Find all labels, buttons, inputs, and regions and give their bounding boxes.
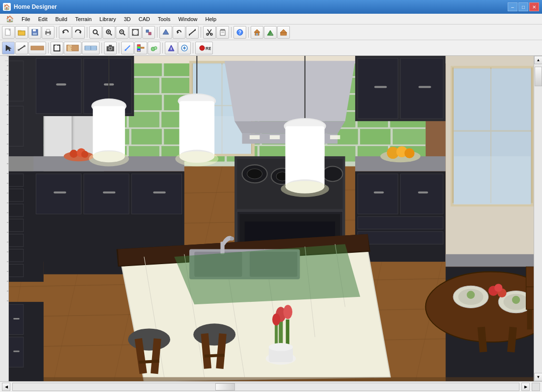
menu-library[interactable]: Library	[96, 15, 120, 23]
svg-line-50	[19, 46, 25, 50]
maximize-button[interactable]: □	[518, 2, 528, 11]
svg-line-14	[110, 33, 112, 35]
menu-3d[interactable]: 3D	[120, 15, 134, 23]
system-menu[interactable]: 🏠	[2, 14, 18, 24]
close-button[interactable]: ✕	[529, 2, 539, 11]
svg-marker-10	[79, 31, 81, 34]
svg-rect-157	[131, 95, 161, 110]
move-up-button[interactable]	[165, 42, 178, 54]
svg-point-256	[81, 151, 88, 158]
wall-tool-button[interactable]	[28, 42, 46, 54]
scroll-track-right[interactable]	[534, 64, 542, 373]
menu-bar: 🏠 File Edit Build Terrain Library 3D CAD…	[0, 14, 542, 24]
print-button[interactable]	[42, 26, 54, 39]
terrain-view-button[interactable]	[264, 26, 277, 39]
svg-point-368	[175, 151, 218, 167]
svg-rect-372	[285, 126, 325, 186]
svg-rect-189	[393, 129, 426, 145]
select-tool-button[interactable]	[2, 42, 15, 54]
scroll-thumb-bottom[interactable]	[215, 383, 235, 391]
draw-button[interactable]	[121, 42, 134, 54]
undo-button[interactable]	[59, 26, 72, 39]
paint-button[interactable]	[134, 42, 147, 54]
scroll-thumb-right[interactable]	[535, 67, 542, 86]
separator-4	[201, 27, 201, 38]
redo-button[interactable]	[72, 26, 85, 39]
scrollbar-bottom[interactable]	[12, 383, 519, 391]
menu-file[interactable]: File	[18, 15, 34, 23]
save-button[interactable]	[28, 26, 41, 39]
minimize-button[interactable]: –	[508, 2, 517, 11]
svg-marker-27	[163, 29, 169, 34]
svg-point-347	[269, 343, 293, 351]
help-button[interactable]: ?	[233, 26, 246, 39]
svg-point-268	[247, 169, 262, 179]
canvas-area[interactable]	[9, 56, 534, 381]
terrain-tool-button[interactable]	[148, 42, 160, 54]
svg-rect-213	[9, 249, 24, 262]
new-button[interactable]	[2, 26, 15, 39]
camera-button[interactable]	[104, 42, 117, 54]
svg-rect-281	[418, 86, 431, 88]
svg-rect-280	[374, 86, 387, 88]
menu-build[interactable]: Build	[52, 15, 71, 23]
separator-3	[157, 27, 157, 38]
zoom-out-button[interactable]	[116, 26, 129, 39]
svg-point-313	[512, 296, 520, 304]
room-tool-button[interactable]	[51, 42, 63, 54]
title-bar: 🏠 Home Designer – □ ✕	[0, 0, 542, 14]
svg-rect-292	[358, 217, 443, 229]
menu-help[interactable]: Help	[202, 15, 221, 23]
record-button[interactable]: REC	[195, 42, 213, 54]
scroll-left-button[interactable]: ◀	[2, 383, 10, 391]
scroll-down-button[interactable]: ▼	[534, 373, 542, 381]
svg-line-18	[123, 33, 125, 35]
resize-button[interactable]	[142, 26, 155, 39]
svg-rect-260	[250, 135, 259, 139]
menu-window[interactable]: Window	[174, 15, 201, 23]
svg-rect-70	[137, 49, 140, 50]
line-tool-button[interactable]	[15, 42, 28, 54]
svg-rect-261	[270, 135, 280, 139]
zoom-find-button[interactable]	[89, 26, 102, 39]
svg-rect-279	[400, 58, 443, 119]
separator-t2-2	[102, 43, 102, 53]
svg-rect-44	[256, 33, 258, 35]
svg-rect-146	[162, 78, 192, 93]
svg-rect-209	[9, 189, 24, 202]
paste-button[interactable]	[216, 26, 229, 39]
svg-rect-8	[47, 33, 50, 35]
fit-window-button[interactable]	[129, 26, 142, 39]
exterior-view-button[interactable]	[277, 26, 290, 39]
open-button[interactable]	[15, 26, 28, 39]
scroll-right-button[interactable]: ▶	[521, 383, 530, 391]
svg-rect-298	[531, 68, 533, 203]
svg-line-355	[205, 355, 225, 356]
menu-terrain[interactable]: Terrain	[71, 15, 96, 23]
menu-cad[interactable]: CAD	[134, 15, 154, 23]
cut-button[interactable]	[203, 26, 216, 39]
svg-rect-319	[527, 309, 532, 329]
zoom-in-button[interactable]	[103, 26, 115, 39]
scroll-up-button[interactable]: ▲	[534, 56, 542, 64]
add-button[interactable]	[178, 42, 191, 54]
svg-point-338	[230, 237, 234, 241]
arrow-up-button[interactable]	[159, 26, 172, 39]
measure-button[interactable]	[186, 26, 199, 39]
separator-1	[56, 27, 57, 38]
svg-point-374	[281, 181, 329, 197]
rotate-button[interactable]	[173, 26, 185, 39]
menu-edit[interactable]: Edit	[34, 15, 52, 23]
svg-point-273	[323, 166, 343, 181]
svg-point-352	[193, 323, 235, 345]
window-tool-button[interactable]	[82, 42, 100, 54]
svg-rect-207	[9, 106, 24, 146]
svg-point-51	[18, 49, 20, 51]
menu-tools[interactable]: Tools	[154, 15, 175, 23]
svg-line-351	[139, 361, 159, 362]
home-view-button[interactable]	[251, 26, 263, 39]
svg-rect-278	[358, 58, 398, 119]
svg-rect-289	[400, 174, 443, 214]
svg-rect-251	[103, 192, 116, 194]
door-tool-button[interactable]	[64, 42, 81, 54]
